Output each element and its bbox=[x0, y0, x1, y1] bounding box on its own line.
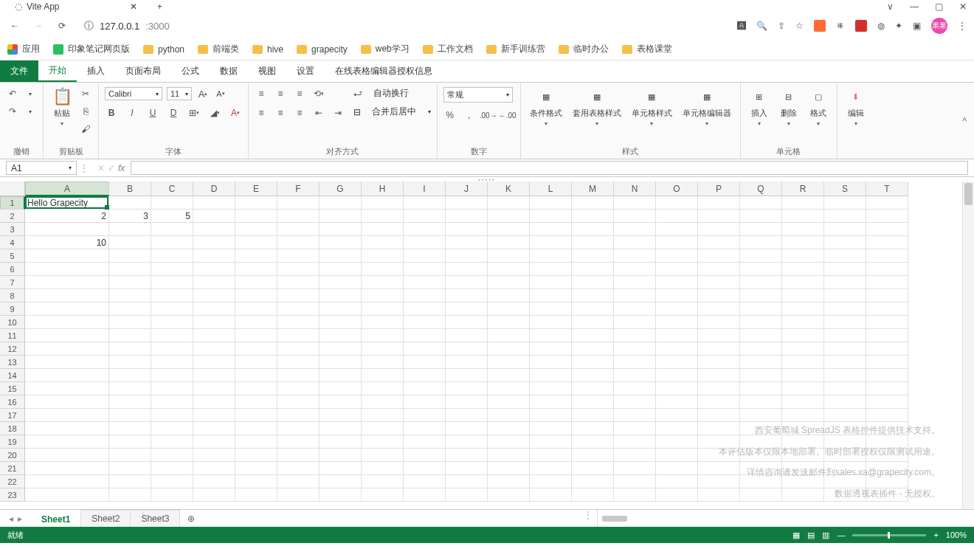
cell[interactable] bbox=[235, 249, 277, 263]
cell[interactable] bbox=[235, 409, 277, 422]
cell[interactable] bbox=[151, 342, 193, 356]
cell[interactable] bbox=[193, 488, 235, 502]
cell[interactable] bbox=[446, 223, 488, 236]
cell[interactable] bbox=[404, 329, 446, 342]
cell[interactable] bbox=[320, 475, 362, 488]
insert-cells-button[interactable]: ⊞插入▾ bbox=[747, 86, 772, 128]
column-header[interactable]: P bbox=[698, 182, 740, 196]
cell[interactable] bbox=[572, 475, 614, 488]
cell[interactable] bbox=[235, 449, 277, 462]
tab-formulas[interactable]: 公式 bbox=[171, 61, 210, 82]
row-header[interactable]: 5 bbox=[0, 249, 25, 263]
cell[interactable] bbox=[362, 395, 404, 409]
column-header[interactable]: K bbox=[488, 182, 530, 196]
cell[interactable] bbox=[235, 475, 277, 488]
window-maximize-icon[interactable]: ▢ bbox=[935, 1, 943, 12]
cell[interactable] bbox=[824, 395, 866, 409]
cell[interactable] bbox=[404, 395, 446, 409]
align-bottom-button[interactable]: ≡ bbox=[293, 87, 306, 100]
cell[interactable] bbox=[866, 196, 908, 210]
cell[interactable] bbox=[362, 488, 404, 502]
cell[interactable] bbox=[277, 329, 320, 342]
cell[interactable] bbox=[235, 356, 277, 369]
cell[interactable] bbox=[193, 342, 235, 356]
reload-button[interactable]: ⟳ bbox=[55, 18, 69, 33]
column-header[interactable]: R bbox=[782, 182, 824, 196]
cell[interactable] bbox=[614, 395, 656, 409]
cell[interactable] bbox=[404, 488, 446, 502]
cell[interactable] bbox=[656, 435, 698, 449]
cell[interactable] bbox=[740, 303, 782, 316]
cell[interactable] bbox=[404, 263, 446, 276]
cell[interactable] bbox=[530, 236, 572, 249]
cell[interactable] bbox=[572, 488, 614, 502]
cell[interactable] bbox=[824, 488, 866, 502]
cell[interactable] bbox=[488, 409, 530, 422]
cell[interactable] bbox=[235, 382, 277, 395]
cell[interactable] bbox=[740, 329, 782, 342]
address-bar[interactable]: ⓘ 127.0.0.1:3000 bbox=[78, 16, 728, 35]
cell[interactable] bbox=[362, 303, 404, 316]
cell[interactable] bbox=[488, 422, 530, 435]
cell[interactable] bbox=[404, 435, 446, 449]
undo-button[interactable]: ↶ bbox=[6, 87, 19, 100]
cell[interactable] bbox=[488, 462, 530, 475]
cell[interactable] bbox=[235, 369, 277, 382]
cell[interactable] bbox=[446, 395, 488, 409]
tab-home[interactable]: 开始 bbox=[38, 61, 77, 82]
double-underline-button[interactable]: D bbox=[167, 106, 180, 120]
cell[interactable] bbox=[740, 356, 782, 369]
profile-avatar[interactable]: 果果 bbox=[931, 18, 947, 34]
cell[interactable] bbox=[740, 435, 782, 449]
cell[interactable] bbox=[782, 435, 824, 449]
column-header[interactable]: M bbox=[572, 182, 614, 196]
column-header[interactable]: Q bbox=[740, 182, 782, 196]
cell[interactable] bbox=[109, 488, 151, 502]
cell[interactable] bbox=[824, 342, 866, 356]
editing-button[interactable]: ⬇编辑▾ bbox=[843, 86, 868, 128]
cell[interactable] bbox=[572, 382, 614, 395]
cell[interactable] bbox=[277, 462, 320, 475]
tab-license[interactable]: 在线表格编辑器授权信息 bbox=[325, 61, 443, 82]
cell[interactable] bbox=[193, 449, 235, 462]
cell[interactable] bbox=[25, 276, 109, 289]
cell[interactable] bbox=[109, 196, 151, 210]
cell[interactable] bbox=[572, 276, 614, 289]
cell[interactable] bbox=[866, 263, 908, 276]
cell[interactable] bbox=[320, 382, 362, 395]
cell[interactable]: Hello Grapecity bbox=[25, 196, 109, 210]
cell[interactable] bbox=[698, 342, 740, 356]
row-header[interactable]: 11 bbox=[0, 329, 25, 342]
cell[interactable] bbox=[193, 316, 235, 329]
cell[interactable] bbox=[193, 303, 235, 316]
row-header[interactable]: 8 bbox=[0, 289, 25, 303]
cell[interactable] bbox=[277, 409, 320, 422]
cell[interactable] bbox=[866, 435, 908, 449]
cell[interactable] bbox=[277, 289, 320, 303]
cell[interactable] bbox=[572, 316, 614, 329]
cell[interactable] bbox=[362, 475, 404, 488]
cell[interactable] bbox=[530, 329, 572, 342]
cell[interactable] bbox=[362, 210, 404, 223]
cell[interactable] bbox=[530, 369, 572, 382]
cell[interactable]: 5 bbox=[151, 210, 193, 223]
cell[interactable] bbox=[404, 449, 446, 462]
column-header[interactable]: I bbox=[404, 182, 446, 196]
cell[interactable] bbox=[572, 369, 614, 382]
cell[interactable] bbox=[362, 329, 404, 342]
cell[interactable] bbox=[235, 210, 277, 223]
cell[interactable] bbox=[740, 475, 782, 488]
bookmark-item[interactable]: 印象笔记网页版 bbox=[53, 43, 130, 55]
window-close-icon[interactable]: ✕ bbox=[959, 1, 967, 12]
cell[interactable] bbox=[25, 395, 109, 409]
cell[interactable] bbox=[362, 382, 404, 395]
column-header[interactable]: A bbox=[25, 182, 109, 196]
cell[interactable] bbox=[151, 475, 193, 488]
cell[interactable] bbox=[151, 263, 193, 276]
cell[interactable] bbox=[109, 263, 151, 276]
cell[interactable] bbox=[362, 435, 404, 449]
cell[interactable] bbox=[488, 356, 530, 369]
cell[interactable] bbox=[530, 488, 572, 502]
cell[interactable] bbox=[824, 356, 866, 369]
select-all-corner[interactable] bbox=[0, 182, 25, 196]
